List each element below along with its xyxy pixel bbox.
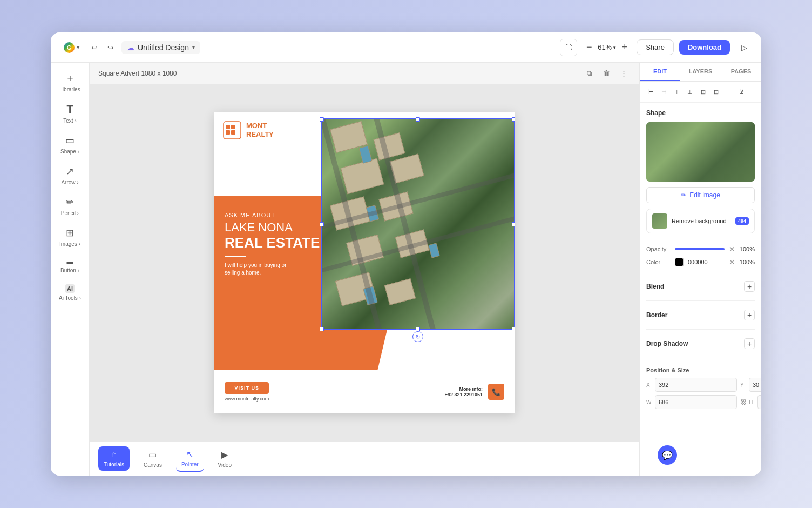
canvas-area: Square Advert 1080 x 1080 ⧉ 🗑 ⋮ (90, 63, 639, 476)
more-info: More info: +92 321 2291051 (445, 386, 483, 397)
link-proportions-icon[interactable]: ⛓ (740, 398, 747, 406)
h-input[interactable] (757, 395, 761, 409)
x-input[interactable] (655, 378, 737, 392)
sidebar-item-pencil[interactable]: ✏ Pencil › (54, 192, 86, 220)
zoom-in-button[interactable]: + (618, 41, 631, 54)
download-button[interactable]: Download (679, 40, 730, 55)
video-label: Video (218, 462, 232, 468)
border-expand-button[interactable]: + (744, 310, 755, 320)
canvas-tool-icon: ▭ (148, 450, 157, 460)
tab-layers[interactable]: LAYERS (680, 63, 721, 81)
image-thumbnail (646, 122, 755, 182)
visit-us-button[interactable]: VISIT US (225, 382, 269, 394)
real-estate-text: REAL ESTATE (225, 235, 320, 251)
fit-to-screen-button[interactable]: ⛶ (560, 39, 577, 56)
tab-pages[interactable]: PAGES (721, 63, 761, 81)
sidebar-item-label-ai-tools: Ai Tools › (59, 295, 81, 301)
delete-button[interactable]: 🗑 (599, 66, 613, 81)
w-label: W (646, 399, 653, 405)
remove-background-button[interactable]: Remove background 494 (646, 209, 755, 233)
present-button[interactable]: ▷ (735, 39, 753, 56)
align-center-v-button[interactable]: ⊡ (710, 86, 722, 98)
drop-shadow-expand-button[interactable]: + (744, 338, 755, 349)
edit-image-icon: ✏ (681, 191, 686, 199)
border-row[interactable]: Border + (646, 305, 755, 325)
sidebar-item-shape[interactable]: ▭ Shape › (54, 130, 86, 159)
video-tool[interactable]: ▶ Video (213, 446, 237, 471)
google-dropdown-icon: ▾ (77, 44, 79, 50)
footer-right: More info: +92 321 2291051 📞 (445, 384, 504, 400)
chat-fab-button[interactable]: 💬 (658, 445, 677, 465)
tutorials-tool[interactable]: ⌂ Tutorials (98, 446, 130, 471)
google-logo: G (64, 42, 75, 53)
distribute-h-button[interactable]: ≡ (723, 86, 735, 98)
color-swatch[interactable] (675, 258, 684, 266)
sidebar-item-button[interactable]: ▬ Button › (54, 253, 86, 278)
edit-image-label: Edit image (689, 191, 720, 199)
bottom-toolbar: ⌂ Tutorials ▭ Canvas ↖ Pointer ▶ Video (90, 441, 639, 476)
share-button[interactable]: Share (637, 39, 674, 55)
divider-3 (646, 300, 755, 301)
color-hex: 000000 (688, 259, 725, 265)
canvas-toolbar: Square Advert 1080 x 1080 ⧉ 🗑 ⋮ (90, 63, 639, 84)
sidebar-item-text[interactable]: T Text › (54, 99, 86, 128)
tab-edit[interactable]: EDIT (640, 63, 680, 81)
text-icon: T (66, 103, 73, 116)
more-options-button[interactable]: ⋮ (617, 66, 631, 81)
drop-shadow-row[interactable]: Drop Shadow + (646, 334, 755, 353)
ai-tools-icon: AI (65, 284, 75, 293)
more-info-label: More info: (445, 386, 483, 392)
align-center-h-button[interactable]: ⊞ (697, 86, 709, 98)
h-label: H (749, 399, 755, 405)
footer-left: VISIT US www.montrealty.com (225, 382, 269, 402)
y-input[interactable] (749, 378, 761, 392)
opacity-bar[interactable] (675, 248, 725, 250)
align-right-button[interactable]: ⊣ (658, 86, 670, 98)
card-text-area: ASK ME ABOUT LAKE NONA REAL ESTATE I wil… (225, 212, 320, 277)
undo-button[interactable]: ↩ (87, 40, 102, 55)
rotate-handle[interactable]: ↻ (412, 331, 423, 342)
design-card[interactable]: ↻ MONTREALTY (214, 112, 515, 413)
color-row: Color 000000 ✕ 100% (646, 258, 755, 266)
align-bottom-button[interactable]: ⊥ (684, 86, 696, 98)
redo-button[interactable]: ↪ (103, 40, 118, 55)
sidebar-item-ai-tools[interactable]: AI Ai Tools › (54, 280, 86, 305)
sidebar-item-arrow[interactable]: ↗ Arrow › (54, 161, 86, 190)
sidebar-item-libraries[interactable]: ＋ Libraries (54, 67, 86, 97)
position-size-section: Position & Size X Y W (646, 363, 755, 409)
tutorials-icon: ⌂ (111, 450, 117, 459)
align-left-button[interactable]: ⊢ (645, 86, 657, 98)
edit-image-button[interactable]: ✏ Edit image (646, 187, 755, 203)
sidebar-item-label-text: Text › (63, 118, 76, 124)
duplicate-button[interactable]: ⧉ (582, 66, 596, 81)
opacity-label: Opacity (646, 246, 671, 252)
canvas-viewport[interactable]: ↻ MONTREALTY (90, 84, 639, 441)
doc-title-button[interactable]: ☁ Untitled Design ▾ (121, 41, 200, 54)
remove-bg-icon (652, 213, 667, 229)
align-toolbar: ⊢ ⊣ ⊤ ⊥ ⊞ ⊡ ≡ ⊻ (640, 82, 761, 103)
more-align-button[interactable]: ⊻ (736, 86, 748, 98)
blend-row[interactable]: Blend + (646, 277, 755, 296)
pointer-tool[interactable]: ↖ Pointer (176, 446, 204, 472)
video-icon: ▶ (221, 450, 228, 460)
photo-area[interactable] (321, 118, 515, 330)
canvas-tool[interactable]: ▭ Canvas (138, 446, 167, 471)
opacity-bar-fill (675, 248, 725, 250)
svg-rect-1 (226, 125, 230, 129)
divider-2 (646, 272, 755, 272)
blend-expand-button[interactable]: + (744, 281, 755, 292)
zoom-out-button[interactable]: − (583, 41, 596, 54)
svg-rect-2 (231, 125, 235, 129)
header-left: G ▾ ↩ ↪ ☁ Untitled Design ▾ (59, 40, 200, 55)
left-sidebar: ＋ Libraries T Text › ▭ Shape › ↗ Arrow ›… (51, 63, 90, 476)
color-alpha: 100% (740, 259, 755, 265)
w-input[interactable] (655, 395, 737, 409)
sidebar-item-label-pencil: Pencil › (61, 210, 79, 216)
align-top-button[interactable]: ⊤ (671, 86, 683, 98)
zoom-value[interactable]: 61% ▾ (598, 43, 616, 51)
svg-rect-3 (226, 130, 230, 135)
svg-rect-4 (231, 130, 235, 135)
google-menu-button[interactable]: G ▾ (59, 40, 84, 55)
sidebar-item-images[interactable]: ⊞ Images › (54, 223, 86, 251)
sidebar-item-label-button: Button › (60, 268, 79, 273)
